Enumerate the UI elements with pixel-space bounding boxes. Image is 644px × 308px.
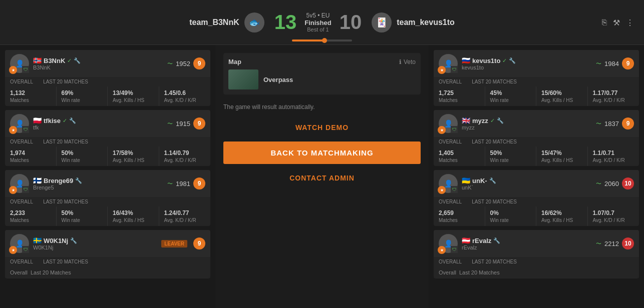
info-icon: ℹ <box>399 58 402 66</box>
player-name-row: 🇸🇪 W0K1Nj 🔧 <box>33 236 157 244</box>
team1-logo: 🐟 <box>244 12 264 32</box>
veto-button[interactable]: ℹ Veto <box>399 58 416 66</box>
left-team-panel: 👤 ★ 🛡 🇳🇴 B3NnK ✓ 🔧 B3NnK 〜 19 <box>0 45 215 308</box>
title-icon: 🔧 <box>489 178 496 184</box>
stats-section-labels: Overall Last 20 Matches <box>434 197 639 206</box>
player-info: 🇷🇺 kevus1to ✓ 🔧 kevus1to <box>462 56 592 70</box>
stat-kd-hs: 15/60% Avg. Kills / HS <box>536 86 588 106</box>
player-stats: 2,233 Matches 50% Win rate 16/43% Avg. K… <box>5 206 210 226</box>
player-stats: 2,659 Matches 0% Win rate 16/62% Avg. Ki… <box>434 206 639 226</box>
matches-label: Matches <box>10 218 51 223</box>
player-header: 👤 ★ 🛡 🇬🇧 myzz ✓ 🔧 myzz 〜 1837 <box>434 110 639 137</box>
shield-icon: 🛡 <box>451 66 458 73</box>
kd-r-value: 1.1/0.71 <box>593 150 634 156</box>
rank-icon: ★ <box>9 186 17 194</box>
stat-winrate: 45% Win rate <box>485 86 537 106</box>
stat-matches: 2,659 Matches <box>434 206 485 226</box>
team2-logo: 🃏 <box>372 12 392 32</box>
player-card: 👤 ★ 🛡 🇺🇦 unK- 🔧 unK` 〜 2060 <box>434 170 639 226</box>
rank-icon: ★ <box>9 66 17 74</box>
winrate-label: Win rate <box>490 218 531 223</box>
winrate-label: Win rate <box>490 98 531 103</box>
matches-label: Matches <box>439 218 480 223</box>
elo-value: 2060 <box>604 180 619 188</box>
stat-matches: 1,405 Matches <box>434 146 485 166</box>
player-elo: 〜 1952 9 <box>167 58 205 70</box>
rank-icon: ★ <box>9 246 17 254</box>
verified-icon: ✓ <box>63 118 67 124</box>
player-alias: tfk <box>33 124 163 130</box>
matches-label: Matches <box>439 98 480 103</box>
level-badge: 10 <box>622 238 634 250</box>
winrate-value: 45% <box>490 90 531 96</box>
stats-section-labels: Overall Last 20 Matches <box>5 137 210 146</box>
watch-demo-button[interactable]: WATCH DEMO <box>223 120 421 136</box>
center-panel: Map ℹ Veto Overpass The game will result… <box>215 45 429 308</box>
matches-value: 2,233 <box>10 210 51 216</box>
player-elo: 〜 1984 9 <box>596 58 634 70</box>
player-alias: unK` <box>462 184 592 190</box>
shield-icon: 🛡 <box>451 246 458 253</box>
kd-r-label: Avg. K/D / K/R <box>164 218 206 223</box>
kd-hs-value: 16/43% <box>113 210 154 216</box>
winrate-value: 50% <box>62 210 103 216</box>
kd-hs-label: Avg. Kills / HS <box>113 158 154 163</box>
rank-icon: ★ <box>438 246 446 254</box>
elo-trend-icon: 〜 <box>596 240 601 248</box>
elo-value: 1952 <box>176 60 190 68</box>
winrate-label: Win rate <box>490 158 531 163</box>
more-icon[interactable]: ⋮ <box>626 18 634 27</box>
kd-hs-value: 17/58% <box>113 150 154 156</box>
shield-icon: 🛡 <box>451 186 458 193</box>
level-badge: 9 <box>193 178 205 190</box>
rank-icon: ★ <box>438 66 446 74</box>
stat-kd-r: 1.17/0.77 Avg. K/D / K/R <box>588 86 639 106</box>
tools-icon[interactable]: ⚒ <box>613 18 620 27</box>
player-info: 🇳🇴 B3NnK ✓ 🔧 B3NnK <box>33 56 163 70</box>
player-elo: 〜 1981 9 <box>167 178 205 190</box>
header: team_B3NnK 🐟 13 5v5 • EU Finished Best o… <box>0 0 644 45</box>
matches-label: Matches <box>439 158 480 163</box>
player-elo: 〜 2060 10 <box>596 178 634 190</box>
player-header: 👤 ★ 🛡 🇷🇺 kevus1to ✓ 🔧 kevus1to 〜 <box>434 50 639 77</box>
player-info: 🇵🇱 tfkise ✓ 🔧 tfk <box>33 116 163 130</box>
rank-icon: ★ <box>438 186 446 194</box>
last20-label: Last 20 Matches <box>43 139 88 144</box>
shield-icon: 🛡 <box>451 126 458 133</box>
back-to-matchmaking-button[interactable]: BACK TO MATCHMAKING <box>223 142 421 164</box>
player-avatar-wrap: 👤 ★ 🛡 <box>10 54 29 73</box>
overall-label: Overall <box>10 199 33 204</box>
team2-score: 10 <box>340 11 362 34</box>
player-info: 🇦🇹 rEvalz 🔧 rEvalz <box>462 236 592 250</box>
player-alias: myzz <box>462 124 592 130</box>
team2-info: 🃏 team_kevus1to <box>372 12 455 32</box>
winrate-value: 50% <box>490 150 531 156</box>
elo-value: 1981 <box>176 180 190 188</box>
share-icon[interactable]: ⎘ <box>602 18 607 27</box>
player-info: 🇬🇧 myzz ✓ 🔧 myzz <box>462 116 592 130</box>
stats-section-labels: Overall Last 20 Matches <box>5 257 210 266</box>
stat-winrate: 50% Win rate <box>485 146 537 166</box>
player-name-row: 🇳🇴 B3NnK ✓ 🔧 <box>33 56 163 64</box>
no-stats: Overall Last 20 Matches <box>5 266 210 278</box>
player-stats: 1,725 Matches 45% Win rate 15/60% Avg. K… <box>434 86 639 106</box>
kd-r-label: Avg. K/D / K/R <box>164 98 206 103</box>
player-name: myzz <box>472 117 488 124</box>
player-name: tfkise <box>44 117 61 124</box>
kd-r-label: Avg. K/D / K/R <box>164 158 206 163</box>
stat-matches: 1,132 Matches <box>5 86 57 106</box>
rank-icon: ★ <box>438 126 446 134</box>
level-badge: 9 <box>193 238 205 250</box>
contact-admin-button[interactable]: CONTACT ADMIN <box>223 170 421 186</box>
kd-r-label: Avg. K/D / K/R <box>593 218 634 223</box>
player-card: 👤 ★ 🛡 🇫🇮 Brenge69 🔧 Brenge5 〜 <box>5 170 210 226</box>
team1-name: team_B3NnK <box>189 18 239 27</box>
rank-icon: ★ <box>9 126 17 134</box>
verified-icon: ✓ <box>502 58 507 64</box>
player-avatar-wrap: 👤 ★ 🛡 <box>439 114 458 133</box>
match-status: Finished <box>304 19 331 26</box>
kd-hs-label: Avg. Kills / HS <box>541 98 582 103</box>
player-elo: 〜 2212 10 <box>596 238 634 250</box>
stat-kd-r: 1.14/0.79 Avg. K/D / K/R <box>159 146 211 166</box>
player-name-row: 🇵🇱 tfkise ✓ 🔧 <box>33 116 163 124</box>
